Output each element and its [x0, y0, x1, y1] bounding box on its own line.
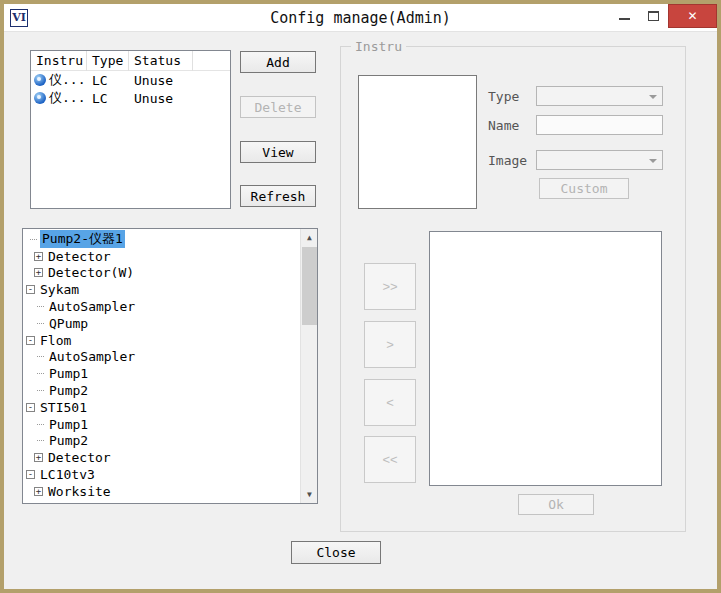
add-button[interactable]: Add [240, 51, 316, 73]
groupbox-title: Instru [351, 39, 406, 54]
table-row[interactable]: 仪... LC Unuse [31, 71, 230, 89]
instru-groupbox: Instru Type Name Image Custom >> > < << … [340, 46, 686, 532]
window-controls: ✕ [610, 4, 717, 28]
close-icon: ✕ [687, 9, 697, 23]
instrument-icon [34, 74, 46, 86]
instrument-list[interactable]: Instru Type Status 仪... LC Unuse 仪... LC… [30, 50, 231, 209]
selected-modules-listbox[interactable] [429, 231, 662, 486]
tree-scrollbar[interactable]: ▲ ▼ [300, 229, 317, 503]
tree-item[interactable]: QPump [23, 315, 300, 332]
instrument-tree[interactable]: Pump2-仪器1 +Detector +Detector(W) -Sykam … [22, 228, 318, 504]
collapse-icon[interactable]: - [26, 403, 35, 412]
tree-item[interactable]: +Detector [23, 248, 300, 265]
column-header-status[interactable]: Status [129, 51, 193, 71]
instrument-list-header: Instru Type Status [31, 51, 230, 71]
scroll-up-icon[interactable]: ▲ [301, 229, 318, 246]
tree-item[interactable]: -Flom [23, 332, 300, 349]
image-label: Image [488, 153, 527, 168]
move-all-right-button[interactable]: >> [364, 263, 416, 310]
move-all-left-button[interactable]: << [364, 436, 416, 483]
titlebar: VI Config manage(Admin) ✕ [4, 4, 717, 32]
chevron-down-icon [649, 95, 657, 99]
instrument-icon [34, 92, 46, 104]
type-select[interactable] [536, 86, 663, 106]
tree-item[interactable]: -LC10tv3 [23, 466, 300, 483]
tree-item[interactable]: -STI501 [23, 399, 300, 416]
image-select[interactable] [536, 150, 663, 170]
minimize-icon [619, 18, 630, 20]
refresh-button[interactable]: Refresh [240, 185, 316, 207]
collapse-icon[interactable]: - [26, 336, 35, 345]
name-label: Name [488, 118, 519, 133]
tree-item[interactable]: +Detector [23, 449, 300, 466]
cell-status: Unuse [129, 91, 193, 106]
chevron-down-icon [649, 159, 657, 163]
tree-content: Pump2-仪器1 +Detector +Detector(W) -Sykam … [23, 231, 300, 503]
expand-icon[interactable]: + [34, 252, 43, 261]
ok-button[interactable]: Ok [518, 494, 594, 515]
config-manage-window: VI Config manage(Admin) ✕ Instru Type St… [0, 0, 721, 593]
expand-icon[interactable]: + [34, 268, 43, 277]
name-field[interactable] [536, 115, 663, 135]
cell-status: Unuse [129, 73, 193, 88]
close-button[interactable]: Close [291, 541, 381, 564]
instrument-image-preview [358, 75, 477, 209]
maximize-icon [648, 11, 659, 21]
tree-item[interactable]: Pump2 [23, 382, 300, 399]
tree-item[interactable]: Pump2-仪器1 [23, 231, 300, 248]
move-left-button[interactable]: < [364, 379, 416, 426]
tree-item[interactable]: Pump1 [23, 365, 300, 382]
tree-item[interactable]: Pump1 [23, 416, 300, 433]
collapse-icon[interactable]: - [26, 285, 35, 294]
type-label: Type [488, 89, 519, 104]
tree-item[interactable]: AutoSampler [23, 298, 300, 315]
tree-item[interactable]: -Sykam [23, 281, 300, 298]
collapse-icon[interactable]: - [26, 470, 35, 479]
tree-item[interactable]: Pump2 [23, 433, 300, 450]
view-button[interactable]: View [240, 141, 316, 163]
minimize-button[interactable] [610, 4, 639, 28]
move-right-button[interactable]: > [364, 321, 416, 368]
scrollbar-thumb[interactable] [302, 247, 317, 325]
column-header-type[interactable]: Type [87, 51, 129, 71]
column-header-instru[interactable]: Instru [31, 51, 87, 71]
expand-icon[interactable]: + [34, 487, 43, 496]
close-window-button[interactable]: ✕ [668, 4, 717, 28]
cell-type: LC [87, 73, 129, 88]
cell-type: LC [87, 91, 129, 106]
expand-icon[interactable]: + [34, 453, 43, 462]
custom-button[interactable]: Custom [539, 178, 629, 199]
tree-item[interactable]: AutoSampler [23, 349, 300, 366]
tree-item[interactable]: +Worksite [23, 483, 300, 500]
tree-item[interactable]: +Detector(W) [23, 265, 300, 282]
scroll-down-icon[interactable]: ▼ [301, 486, 318, 503]
maximize-button[interactable] [639, 4, 668, 28]
delete-button[interactable]: Delete [240, 96, 316, 118]
table-row[interactable]: 仪... LC Unuse [31, 89, 230, 107]
